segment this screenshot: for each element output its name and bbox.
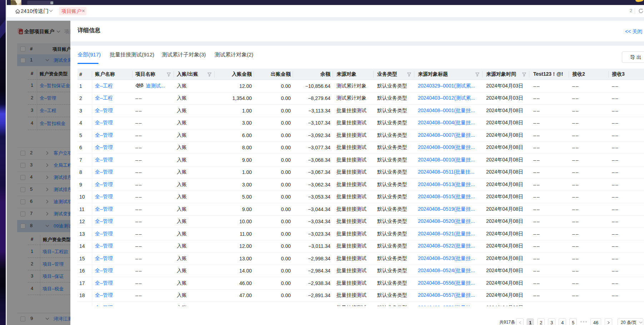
svg-text:360: 360	[136, 83, 143, 87]
